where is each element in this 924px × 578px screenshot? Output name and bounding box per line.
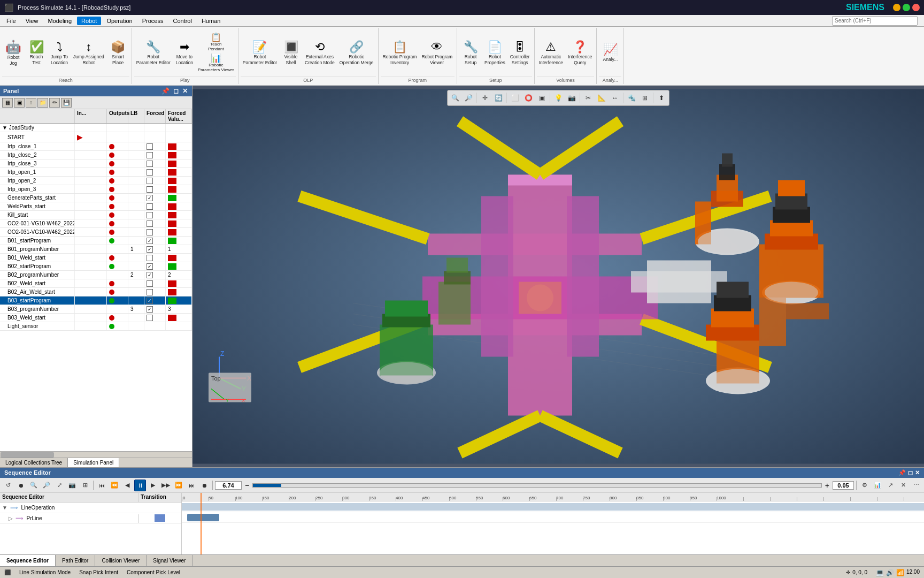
signal-row[interactable]: ▼ JoadStudy xyxy=(0,124,192,132)
jump-assigned-robot-button[interactable]: ↕ Jump AssignedRobot xyxy=(71,39,106,66)
seq-row-lineoperation[interactable]: ▼ ⟹ LineOperation xyxy=(0,503,181,513)
seq-btn-pause[interactable]: ⏸ xyxy=(134,480,146,491)
robotic-opm-button[interactable]: 🔗 RoboticOperation Merge xyxy=(337,39,376,66)
robot-jog-button[interactable]: 🤖 RobotJog xyxy=(2,38,25,67)
signal-row[interactable]: B01_Weld_start xyxy=(0,254,192,262)
external-axes-button[interactable]: ⟲ External AxesCreation Mode xyxy=(303,39,337,66)
logical-collections-tab[interactable]: Logical Collections Tree xyxy=(0,458,68,467)
timeline-area[interactable]: 0 50 100 150 200 250 300 350 400 450 500… xyxy=(182,493,924,554)
signal-row[interactable]: GenerateParts_start ✓ xyxy=(0,194,192,202)
signal-row[interactable]: Kill_start xyxy=(0,211,192,219)
seq-header-pin[interactable]: 📌 xyxy=(898,469,906,476)
teach-pendant-button[interactable]: 📋 TeachPendant xyxy=(196,32,236,52)
seq-expand-line[interactable]: ▼ xyxy=(2,505,7,511)
vp-zoom-fit[interactable]: 🔍 xyxy=(449,92,461,104)
signal-row[interactable]: B01_startProgram ✓ xyxy=(0,237,192,245)
sp-btn-5[interactable]: ✏ xyxy=(49,98,60,108)
timeline-row-line[interactable] xyxy=(182,501,924,512)
signal-row[interactable]: Light_sensor xyxy=(0,322,192,331)
sp-btn-2[interactable]: ▣ xyxy=(14,98,25,108)
menu-item-operation[interactable]: Operation xyxy=(102,17,136,25)
seq-btn-zoom-out[interactable]: 🔍 xyxy=(28,480,40,491)
seq-btn-more[interactable]: ⋯ xyxy=(910,480,922,491)
vp-rotate[interactable]: 🔄 xyxy=(492,92,505,104)
signal-row[interactable]: Irtp_close_3 xyxy=(0,159,192,168)
controller-settings-button[interactable]: 🎛 ControllerSettings xyxy=(508,39,532,66)
signal-row[interactable]: Irtp_open_2 xyxy=(0,177,192,185)
simulation-panel-tab[interactable]: Simulation Panel xyxy=(68,458,119,467)
signal-row[interactable]: OO2-031-VG10-W462_2022... xyxy=(0,228,192,237)
seq-btn-expand[interactable]: ⊞ xyxy=(79,480,91,491)
analysis-btn[interactable]: 📈 Analy... xyxy=(599,41,621,64)
menu-item-view[interactable]: View xyxy=(21,17,43,25)
menu-item-modeling[interactable]: Modeling xyxy=(43,17,76,25)
signal-row[interactable]: Irtp_open_3 xyxy=(0,185,192,194)
seq-btn-step-back[interactable]: ⏪ xyxy=(109,480,120,491)
signal-row[interactable]: B02_programNumber 2 ✓ 2 xyxy=(0,271,192,279)
minimize-btn[interactable] xyxy=(893,4,900,11)
vp-arrow[interactable]: ↔ xyxy=(609,92,621,104)
tab-collision-viewer[interactable]: Collision Viewer xyxy=(95,555,147,566)
signal-row[interactable]: WeldParts_start xyxy=(0,202,192,211)
tab-path-editor[interactable]: Path Editor xyxy=(56,555,95,566)
sp-btn-3[interactable]: ↑ xyxy=(26,98,36,108)
panel-float-btn[interactable]: ◻ xyxy=(172,87,180,95)
tab-sequence-editor[interactable]: Sequence Editor xyxy=(0,555,56,566)
seq-btn-record[interactable]: ⏺ xyxy=(15,480,27,491)
signal-row[interactable]: B03_Weld_start xyxy=(0,314,192,322)
robot-program-viewer-button[interactable]: 👁 Robot ProgramViewer xyxy=(419,39,455,66)
time-progress-bar[interactable] xyxy=(252,483,822,488)
maximize-btn[interactable] xyxy=(903,4,910,11)
seq-btn-play[interactable]: ▶ xyxy=(147,480,159,491)
menu-item-process[interactable]: Process xyxy=(138,17,168,25)
tab-signal-viewer[interactable]: Signal Viewer xyxy=(147,555,192,566)
seq-btn-export[interactable]: ↗ xyxy=(884,480,896,491)
vp-section[interactable]: ✂ xyxy=(582,92,595,104)
seq-btn-step-forward[interactable]: ⏩ xyxy=(173,480,184,491)
smart-place-button[interactable]: 📦 SmartPlace xyxy=(107,39,129,66)
scene-3d[interactable]: Y X Z Top Y X xyxy=(192,86,924,467)
signal-row[interactable]: OO2-031-VG10-W462_2022.... xyxy=(0,219,192,228)
seq-header-float[interactable]: ◻ xyxy=(908,469,913,476)
seq-btn-fit[interactable]: ⤢ xyxy=(53,480,65,491)
signal-row[interactable]: B03_programNumber 3 ✓ 3 xyxy=(0,305,192,314)
seq-btn-chart[interactable]: 📊 xyxy=(872,480,883,491)
visible-shell-button[interactable]: 🔳 VisibleShell xyxy=(280,39,302,66)
vp-cursor[interactable]: ⬆ xyxy=(655,92,668,104)
seq-row-prline[interactable]: ▷ ⟹ PrLine xyxy=(0,513,181,524)
signal-row[interactable]: Irtp_close_1 xyxy=(0,142,192,151)
vp-light[interactable]: 💡 xyxy=(552,92,565,104)
signal-row[interactable]: B02_Air_Weld_start xyxy=(0,288,192,296)
signal-row[interactable]: B02_startProgram ✓ xyxy=(0,262,192,271)
vp-snap[interactable]: 🔩 xyxy=(625,92,638,104)
seq-btn-back[interactable]: ◀ xyxy=(121,480,133,491)
robotic-params-viewer-button[interactable]: 📊 RoboticParameters Viewer xyxy=(196,53,236,73)
seq-header-close[interactable]: ✕ xyxy=(915,469,920,476)
seq-btn-rewind[interactable]: ⏮ xyxy=(96,480,107,491)
seq-btn-forward[interactable]: ▶▶ xyxy=(160,480,172,491)
jump-to-location-button[interactable]: ⤵ Jump ToLocation xyxy=(48,39,71,66)
seq-btn-settings[interactable]: ⚙ xyxy=(859,480,871,491)
time-bar-minus[interactable]: − xyxy=(245,481,249,490)
vp-grid[interactable]: ⊞ xyxy=(638,92,651,104)
vp-wireframe[interactable]: ▣ xyxy=(535,92,548,104)
signal-row[interactable]: Irtp_open_1 xyxy=(0,168,192,177)
signal-row[interactable]: B02_Weld_start xyxy=(0,279,192,288)
signal-row[interactable]: B01_programNumber 1 ✓ 1 xyxy=(0,245,192,254)
sp-btn-4[interactable]: 📁 xyxy=(37,98,48,108)
reach-test-button[interactable]: ✅ ReachTest xyxy=(25,39,48,66)
signal-row-selected[interactable]: B03_startProgram ✓ xyxy=(0,296,192,305)
robot-properties-button[interactable]: 📄 RobotProperties xyxy=(482,39,507,66)
seq-expand-pr[interactable]: ▷ xyxy=(9,515,13,521)
panel-close-btn[interactable]: ✕ xyxy=(181,87,189,95)
seq-btn-end[interactable]: ⏭ xyxy=(186,480,197,491)
seq-btn-screenshot[interactable]: 📷 xyxy=(66,480,78,491)
menu-item-human[interactable]: Human xyxy=(197,17,225,25)
signal-row[interactable]: Irtp_close_2 xyxy=(0,151,192,159)
seq-btn-zoom-in[interactable]: 🔎 xyxy=(41,480,52,491)
seq-btn-record2[interactable]: ⏺ xyxy=(198,480,210,491)
vp-cube[interactable]: ⬜ xyxy=(509,92,521,104)
menu-item-robot[interactable]: Robot xyxy=(77,17,101,25)
interference-query-button[interactable]: ❓ InterferenceQuery xyxy=(566,39,594,66)
robot-param-editor-button[interactable]: 🔧 RobotParameter Editor xyxy=(134,39,173,66)
